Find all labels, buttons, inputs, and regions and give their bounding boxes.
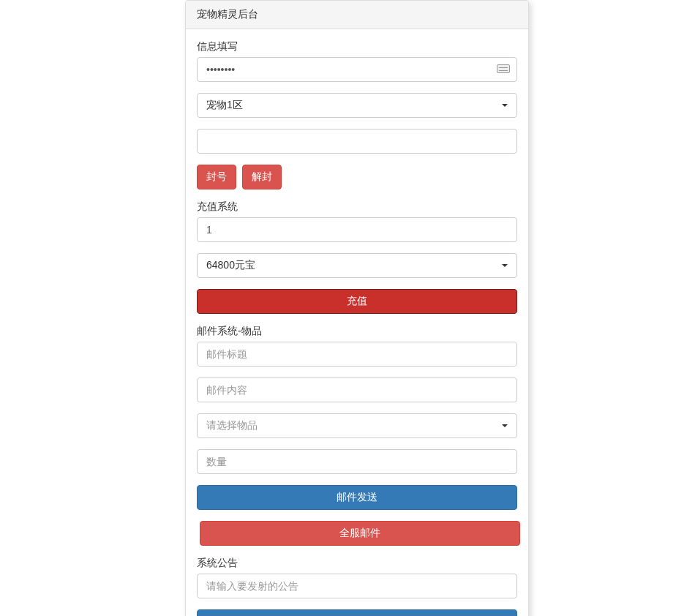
recharge-section: 充值系统 64800元宝 充值 <box>197 200 517 314</box>
recharge-button[interactable]: 充值 <box>197 289 517 314</box>
ban-button[interactable]: 封号 <box>197 165 236 189</box>
unban-button[interactable]: 解封 <box>242 165 282 189</box>
mail-item-placeholder: 请选择物品 <box>206 419 258 431</box>
caret-icon <box>502 264 508 267</box>
mail-send-button[interactable]: 邮件发送 <box>197 485 517 510</box>
server-select-value: 宠物1区 <box>206 99 243 110</box>
mail-qty-input[interactable] <box>197 449 517 474</box>
caret-icon <box>502 424 508 427</box>
announce-input[interactable] <box>197 574 517 598</box>
panel-body: 信息填写 宠物1区 封号 解封 充值系统 64800元宝 充值 <box>186 29 528 616</box>
mail-title-input[interactable] <box>197 342 517 367</box>
password-input[interactable] <box>197 57 517 82</box>
announce-section: 系统公告 发射公告 <box>197 557 517 616</box>
recharge-amount-input[interactable] <box>197 217 517 242</box>
info-section: 信息填写 宠物1区 封号 解封 <box>197 40 517 189</box>
mail-label: 邮件系统-物品 <box>197 325 262 338</box>
info-label: 信息填写 <box>197 40 238 53</box>
panel-title: 宠物精灵后台 <box>186 1 528 29</box>
caret-icon <box>502 104 508 107</box>
recharge-option-select[interactable]: 64800元宝 <box>197 253 517 278</box>
recharge-option-value: 64800元宝 <box>206 259 255 271</box>
mail-broadcast-button[interactable]: 全服邮件 <box>200 521 520 546</box>
mail-item-select[interactable]: 请选择物品 <box>197 413 517 438</box>
announce-label: 系统公告 <box>197 557 238 570</box>
user-input[interactable] <box>197 129 517 154</box>
mail-content-input[interactable] <box>197 378 517 402</box>
mail-section: 邮件系统-物品 请选择物品 邮件发送 全服邮件 <box>197 325 517 546</box>
admin-panel: 宠物精灵后台 信息填写 宠物1区 封号 解封 充值系统 64800元宝 <box>185 0 529 616</box>
recharge-label: 充值系统 <box>197 200 238 214</box>
announce-button[interactable]: 发射公告 <box>197 609 517 616</box>
server-select[interactable]: 宠物1区 <box>197 93 517 118</box>
